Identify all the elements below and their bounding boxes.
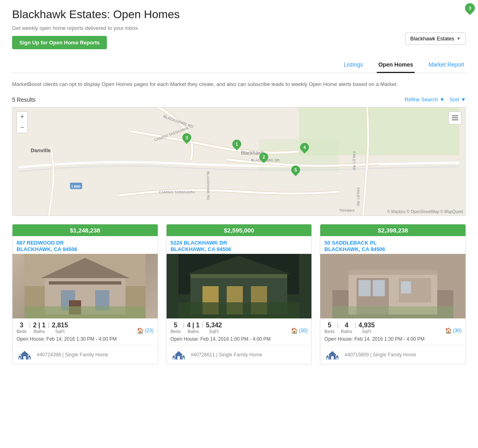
listing-card-3: $2,398,238 50 SADDLEBACK PL BLACKHAWK, C…: [320, 224, 466, 364]
refine-arrow-icon: ▼: [439, 96, 445, 103]
map-pin-5[interactable]: 5: [291, 165, 300, 176]
tab-listings[interactable]: Listings: [342, 57, 364, 73]
svg-marker-63: [328, 351, 337, 355]
neighborhood-label: Blackhawk Estates: [410, 36, 454, 42]
address-2: 5224 BLACKHAWK DR BLACKHAWK, CA 94506 2: [167, 236, 312, 254]
map-danville-label: Danville: [31, 147, 51, 153]
address-3: 50 SADDLEBACK PL BLACKHAWK, CA 94506 3: [320, 236, 465, 254]
svg-rect-62: [332, 306, 453, 318]
svg-rect-65: [331, 356, 334, 359]
map-zoom-in-button[interactable]: +: [17, 112, 27, 122]
city-link-2[interactable]: BLACKHAWK, CA 94506: [171, 246, 232, 252]
city-link-1[interactable]: BLACKHAWK, CA 94506: [17, 246, 77, 252]
signup-button[interactable]: Sign Up for Open Home Reports: [12, 36, 107, 49]
map-container[interactable]: I 680 BLACKHAWK RD CAMINO TASSAJARA BLAC…: [12, 107, 466, 216]
open-house-2: Open House: Feb 14, 2016 1:00 PM - 4:00 …: [167, 335, 312, 345]
map-pin-4[interactable]: 4: [300, 143, 309, 153]
info-text: MarketBoost clients can opt to display O…: [12, 80, 466, 88]
map-layers-button[interactable]: [449, 111, 461, 124]
svg-rect-15: [452, 117, 458, 118]
photo-count-2: 🏠 (30): [291, 327, 307, 334]
map-background: I 680 BLACKHAWK RD CAMINO TASSAJARA BLAC…: [13, 107, 465, 216]
svg-marker-26: [21, 351, 29, 355]
camera-icon-2: 🏠: [291, 327, 298, 334]
card-footer-3: #40715809 | Single Family Home: [320, 345, 465, 364]
subtitle-text: Get weekly open home reports delivered t…: [12, 25, 180, 31]
listings-grid: $1,248,238 887 REDWOOD DR BLACKHAWK, CA …: [12, 224, 466, 364]
map-pin-1[interactable]: 1: [232, 140, 241, 150]
neighborhood-dropdown[interactable]: Blackhawk Estates ▼: [405, 32, 466, 45]
svg-marker-70: [336, 355, 338, 357]
layers-icon: [451, 114, 459, 122]
listing-id-3: #40715809 | Single Family Home: [344, 352, 416, 358]
address-link-1[interactable]: 887 REDWOOD DR: [17, 240, 64, 246]
card-stats-2: 5 Beds | 4 | 1 Baths | 5,342 SqFt 🏠 (30): [167, 318, 312, 335]
svg-rect-71: [337, 357, 338, 359]
svg-marker-33: [28, 355, 31, 357]
svg-marker-67: [326, 355, 329, 357]
card-footer-2: #40728611 | Single Family Home: [167, 345, 312, 364]
svg-rect-38: [190, 274, 287, 278]
svg-rect-25: [25, 306, 146, 318]
price-bar-1: $1,248,238: [13, 224, 158, 236]
map-pin-3[interactable]: 3: [182, 133, 191, 144]
address-link-3[interactable]: 50 SADDLEBACK PL: [324, 240, 376, 246]
address-link-2[interactable]: 5224 BLACKHAWK DR: [171, 240, 227, 246]
listing-id-1: #40724398 | Single Family Home: [37, 352, 108, 358]
open-house-1: Open House: Feb 14, 2016 1:30 PM - 4:00 …: [13, 335, 158, 345]
map-roads-svg: I 680 BLACKHAWK RD CAMINO TASSAJARA BLAC…: [13, 107, 465, 216]
dropdown-arrow-icon: ▼: [457, 36, 461, 41]
photo-count-3: 🏠 (30): [445, 327, 461, 334]
city-link-3[interactable]: BLACKHAWK, CA 94506: [324, 246, 385, 252]
map-pin-2[interactable]: 2: [259, 153, 268, 163]
camera-icon-3: 🏠: [445, 327, 452, 334]
listing-card-2: $2,595,000 5224 BLACKHAWK DR BLACKHAWK, …: [166, 224, 312, 364]
map-zoom-out-button[interactable]: −: [17, 122, 27, 133]
sort-button[interactable]: Sort ▼: [449, 96, 466, 103]
svg-rect-14: [452, 115, 458, 116]
svg-text:I 680: I 680: [71, 184, 81, 188]
price-bar-3: $2,398,238: [320, 224, 465, 236]
svg-text:Tassajara: Tassajara: [339, 208, 355, 212]
tab-market-report[interactable]: Market Report: [427, 57, 466, 73]
svg-text:FINLEY RD: FINLEY RD: [356, 187, 360, 206]
house-icon-1: [17, 349, 33, 361]
card-image-wrapper-3: [320, 254, 465, 318]
svg-rect-56: [349, 270, 437, 275]
svg-rect-49: [173, 357, 174, 359]
svg-rect-59: [373, 280, 385, 296]
photo-count-1: 🏠 (23): [137, 327, 153, 334]
card-stats-3: 5 Beds | 4 Baths | 4,935 SqFt 🏠 (30): [320, 318, 465, 335]
camera-icon-1: 🏠: [137, 327, 144, 334]
svg-rect-61: [401, 281, 411, 293]
refine-search-button[interactable]: Refine Search ▼: [405, 96, 445, 103]
svg-marker-44: [174, 351, 183, 355]
svg-rect-24: [49, 281, 121, 285]
svg-rect-68: [327, 357, 328, 359]
results-actions: Refine Search ▼ Sort ▼: [405, 96, 466, 103]
tabs-row: Listings Open Homes Market Report: [12, 57, 466, 73]
results-row: 5 Results Refine Search ▼ Sort ▼: [12, 96, 466, 103]
svg-rect-34: [29, 357, 30, 359]
map-attribution: © Mapbox © OpenStreetMap © MapQuest: [387, 209, 463, 214]
results-count: 5 Results: [12, 96, 35, 103]
svg-rect-31: [19, 357, 20, 359]
tab-open-homes[interactable]: Open Homes: [377, 57, 415, 73]
address-1: 887 REDWOOD DR BLACKHAWK, CA 94506 1: [13, 236, 158, 254]
sort-arrow-icon: ▼: [461, 96, 466, 103]
svg-text:CAMINO TASSAJARA: CAMINO TASSAJARA: [159, 190, 195, 194]
price-bar-2: $2,595,000: [167, 224, 312, 236]
svg-rect-28: [23, 356, 26, 359]
svg-marker-30: [19, 355, 21, 357]
house-icon-2: [171, 349, 187, 361]
svg-marker-51: [182, 355, 184, 357]
svg-text:FINLEY RD: FINLEY RD: [352, 151, 356, 170]
house-icon-3: [324, 349, 340, 361]
map-controls: + −: [17, 111, 28, 133]
svg-text:BLACKHAWK RD: BLACKHAWK RD: [206, 171, 210, 200]
svg-rect-16: [452, 119, 458, 120]
open-house-3: Open House: Feb 14, 2016 1:30 PM - 4:00 …: [320, 335, 465, 345]
card-stats-1: 3 Beds | 2 | 1 Baths | 2,815 SqFt 🏠 (23): [13, 318, 158, 335]
svg-rect-58: [359, 280, 371, 296]
svg-rect-43: [178, 302, 299, 318]
